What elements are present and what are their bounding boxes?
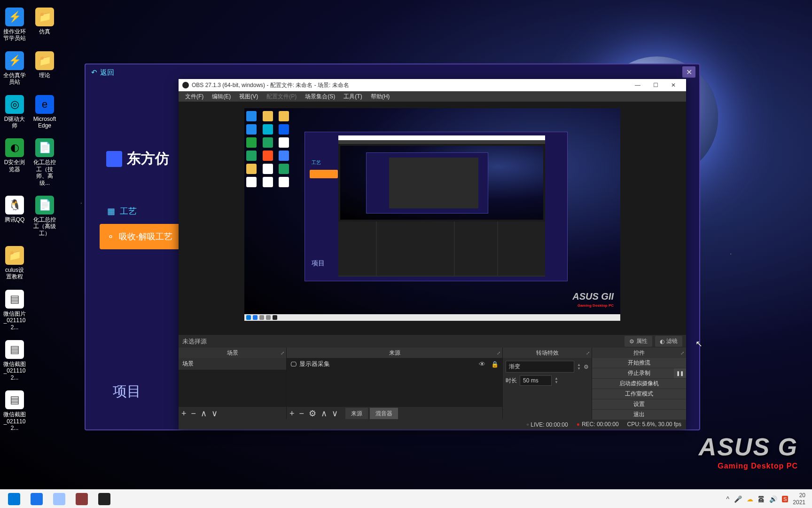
- menu-edit[interactable]: 编辑(E): [208, 92, 234, 102]
- wallpaper-brand-sub: Gaming Desktop PC: [718, 462, 798, 470]
- source-settings-button[interactable]: ⚙: [309, 408, 316, 419]
- menu-file[interactable]: 文件(F): [181, 92, 207, 102]
- icon-label: D安全浏览器: [3, 159, 26, 173]
- mixer-tab[interactable]: 混音器: [370, 408, 398, 420]
- menu-profile[interactable]: 配置文件(P): [263, 92, 300, 102]
- obs-minimize-button[interactable]: —: [629, 79, 647, 91]
- app-icon: ▤: [5, 340, 24, 359]
- desktop-icon[interactable]: eMicrosoft Edge: [33, 95, 56, 129]
- studio-mode-button[interactable]: 工作室模式: [592, 389, 686, 399]
- tray-onedrive-icon[interactable]: ☁: [747, 495, 753, 503]
- panel-popout-icon[interactable]: ⤢: [680, 350, 684, 356]
- status-rec: REC: 00:00:00: [577, 421, 619, 428]
- desktop-icon[interactable]: ⚡全仿真学员站: [3, 51, 26, 86]
- taskbar-calculator[interactable]: [48, 490, 70, 508]
- desktop-icon[interactable]: ◎D驱动大师: [3, 95, 26, 129]
- icon-label: 微信截图_0211102...: [3, 411, 26, 431]
- scene-add-button[interactable]: +: [181, 409, 187, 419]
- wallpaper-brand: ASUS G: [699, 433, 798, 461]
- obs-app-icon: [182, 82, 189, 88]
- source-up-button[interactable]: ∧: [321, 408, 327, 419]
- app-icon: ⚡: [5, 51, 24, 70]
- desktop-icon[interactable]: ▤微信图片_0211102...: [3, 290, 26, 331]
- pause-recording-button[interactable]: ❚❚: [674, 368, 686, 378]
- tray-chevron-icon[interactable]: ^: [726, 495, 729, 503]
- desktop-icon[interactable]: 📁culus设置教程: [3, 246, 26, 280]
- menu-help[interactable]: 帮助(H): [367, 92, 394, 102]
- taskbar-clock[interactable]: 20 2021: [793, 492, 805, 506]
- desktop-icon[interactable]: 🐧腾讯QQ: [3, 196, 26, 237]
- tray-ime-icon[interactable]: S: [782, 496, 788, 502]
- taskbar-app1[interactable]: [70, 490, 93, 508]
- stop-recording-button[interactable]: 停止录制❚❚: [592, 368, 686, 379]
- obs-window: OBS 27.1.3 (64-bit, windows) - 配置文件: 未命名…: [179, 79, 686, 429]
- exit-button[interactable]: 退出: [592, 410, 686, 420]
- obs-titlebar[interactable]: OBS 27.1.3 (64-bit, windows) - 配置文件: 未命名…: [179, 79, 686, 91]
- app-icon: 🐧: [5, 196, 24, 214]
- transition-duration-input[interactable]: 50 ms: [520, 375, 552, 386]
- obs-window-title: OBS 27.1.3 (64-bit, windows) - 配置文件: 未命名…: [192, 81, 349, 89]
- start-streaming-button[interactable]: 开始推流: [592, 358, 686, 368]
- scene-up-button[interactable]: ∧: [201, 408, 207, 419]
- menu-tools[interactable]: 工具(T): [340, 92, 366, 102]
- scene-list-item[interactable]: 场景: [179, 358, 286, 370]
- obs-properties-button[interactable]: ⚙属性: [625, 336, 652, 347]
- source-down-button[interactable]: ∨: [332, 408, 338, 419]
- obs-scenes-panel: 场景⤢ 场景 + − ∧ ∨: [179, 348, 287, 420]
- sim-app-close[interactable]: ✕: [682, 66, 695, 78]
- desktop-icon[interactable]: ▤微信截图_0211102...: [3, 390, 26, 431]
- source-list-item[interactable]: 🖵 显示器采集 👁 🔒: [287, 358, 502, 370]
- panel-popout-icon[interactable]: ⤢: [281, 350, 284, 356]
- desktop-icons-grid: ⚡接作业环节学员站📁仿真⚡全仿真学员站📁理论◎D驱动大师eMicrosoft E…: [0, 5, 61, 434]
- icon-label: Microsoft Edge: [33, 116, 56, 129]
- desktop-icon[interactable]: ▤微信截图_0211102...: [3, 340, 26, 381]
- tray-network-icon[interactable]: 🖀: [758, 495, 765, 503]
- menu-view[interactable]: 视图(V): [235, 92, 262, 102]
- taskbar-edge[interactable]: [25, 490, 48, 508]
- taskbar-start[interactable]: [3, 490, 25, 508]
- obs-close-button[interactable]: ✕: [664, 79, 682, 91]
- icon-label: D驱动大师: [3, 116, 26, 129]
- menu-scene-collection[interactable]: 场景集合(S): [301, 92, 339, 102]
- tray-volume-icon[interactable]: 🔊: [769, 495, 777, 503]
- panel-popout-icon[interactable]: ⤢: [497, 350, 500, 356]
- system-tray: ^ 🎤 ☁ 🖀 🔊 S 20 2021: [726, 492, 809, 506]
- desktop-icon[interactable]: 📁理论: [33, 51, 56, 86]
- icon-label: 化工总控工（技师、高级...: [33, 159, 56, 186]
- source-remove-button[interactable]: −: [299, 409, 304, 419]
- panel-popout-icon[interactable]: ⤢: [586, 350, 590, 356]
- app-icon: 📁: [5, 246, 24, 265]
- source-add-button[interactable]: +: [289, 409, 295, 419]
- desktop-icon[interactable]: 📄化工总控工（技师、高级...: [33, 138, 56, 186]
- source-lock-toggle[interactable]: 🔒: [491, 361, 499, 368]
- app-icon: ◎: [5, 95, 24, 114]
- desktop-icon[interactable]: ⚡接作业环节学员站: [3, 8, 26, 42]
- sim-app-title: 东方仿: [106, 149, 169, 168]
- desktop-icon[interactable]: 📁仿真: [33, 8, 56, 42]
- app-icon: ◐: [5, 138, 24, 157]
- source-visibility-toggle[interactable]: 👁: [479, 360, 485, 368]
- preview-obs-nested: [338, 135, 545, 277]
- transition-settings-icon[interactable]: ⚙: [584, 364, 589, 370]
- app-icon: ▤: [5, 290, 24, 309]
- icon-label: 微信图片_0211102...: [3, 310, 26, 331]
- icon-label: 仿真: [39, 28, 50, 35]
- scene-down-button[interactable]: ∨: [211, 408, 218, 419]
- transition-type-select[interactable]: 渐变: [506, 361, 574, 373]
- obs-maximize-button[interactable]: ☐: [647, 79, 664, 91]
- taskbar-obs[interactable]: [93, 490, 116, 508]
- windows-taskbar: ^ 🎤 ☁ 🖀 🔊 S 20 2021: [0, 489, 812, 508]
- sim-app-logo-icon: [106, 151, 122, 167]
- icon-label: 理论: [39, 72, 50, 79]
- settings-button[interactable]: 设置: [592, 399, 686, 410]
- obs-preview-area[interactable]: 工艺 项目 ASUS GII Gaming Desktop PC: [179, 102, 686, 334]
- desktop-icon[interactable]: ◐D安全浏览器: [3, 138, 26, 186]
- scene-remove-button[interactable]: −: [191, 409, 196, 419]
- obs-filters-button[interactable]: ◐滤镜: [655, 336, 682, 347]
- desktop-icon[interactable]: 📄化工总控工（高级工）: [33, 196, 56, 237]
- start-virtualcam-button[interactable]: 启动虚拟摄像机: [592, 379, 686, 389]
- sim-app-back[interactable]: ↶ 返回: [86, 64, 699, 80]
- tray-mic-icon[interactable]: 🎤: [734, 495, 742, 503]
- sources-tab[interactable]: 来源: [345, 408, 368, 420]
- app-icon: 📁: [35, 8, 54, 26]
